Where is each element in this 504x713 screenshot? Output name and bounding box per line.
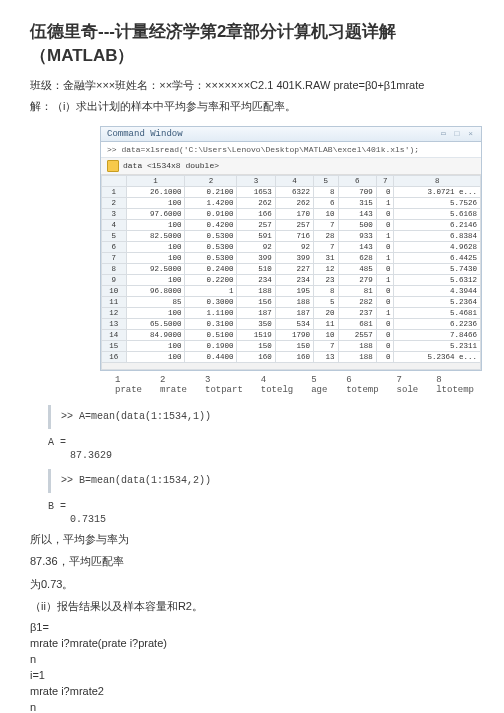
data-cell: 234 [237, 274, 275, 285]
matlab-code-block-2: >> B=mean(data(1:1534,2)) [48, 469, 474, 493]
data-cell: 0.1900 [185, 340, 237, 351]
row-header: 5 [102, 230, 127, 241]
table-row: 582.50000.53005917162893316.8384 [102, 230, 481, 241]
data-cell: 160 [275, 351, 313, 362]
data-cell: 10 [314, 208, 339, 219]
data-cell: 0.5300 [185, 252, 237, 263]
data-cell: 82.5000 [126, 230, 185, 241]
scrollbar-horizontal[interactable] [102, 362, 481, 369]
data-cell: 0.2100 [185, 186, 237, 197]
data-cell: 26.1000 [126, 186, 185, 197]
matlab-command-window: Command Window ▭ □ × >> data=xlsread('C:… [100, 126, 482, 371]
data-cell: 628 [338, 252, 376, 263]
column-name: 1 prate [115, 375, 142, 395]
data-cell: 1790 [275, 329, 313, 340]
data-cell: 160 [237, 351, 275, 362]
data-cell: 5.2364 e... [394, 351, 481, 362]
row-header: 12 [102, 307, 127, 318]
data-cell: 257 [275, 219, 313, 230]
corner-cell [102, 175, 127, 186]
data-cell: 6.2146 [394, 219, 481, 230]
col-header: 7 [376, 175, 394, 186]
data-cell: 0.9100 [185, 208, 237, 219]
data-cell: 6.2236 [394, 318, 481, 329]
data-cell: 0 [376, 219, 394, 230]
data-cell: 7.8466 [394, 329, 481, 340]
data-cell: 85 [126, 296, 185, 307]
data-cell: 399 [275, 252, 313, 263]
data-cell: 92.5000 [126, 263, 185, 274]
data-cell: 188 [338, 340, 376, 351]
data-cell: 100 [126, 351, 185, 362]
data-cell: 166 [237, 208, 275, 219]
data-cell: 92 [275, 241, 313, 252]
data-cell: 227 [275, 263, 313, 274]
row-header: 14 [102, 329, 127, 340]
data-cell: 0.5300 [185, 230, 237, 241]
data-cell: 143 [338, 241, 376, 252]
data-cell: 485 [338, 263, 376, 274]
data-cell: 5.4681 [394, 307, 481, 318]
row-header: 7 [102, 252, 127, 263]
data-cell: 5.7430 [394, 263, 481, 274]
data-cell: 5.6168 [394, 208, 481, 219]
data-cell: 0.2200 [185, 274, 237, 285]
data-cell: 0 [376, 351, 394, 362]
table-row: 91000.22002342342327915.6312 [102, 274, 481, 285]
data-cell: 156 [237, 296, 275, 307]
column-name: 4 totelg [261, 375, 293, 395]
data-cell: 500 [338, 219, 376, 230]
text-avg-value: 87.36，平均匹配率 [30, 553, 474, 570]
panel-title-text: Command Window [107, 129, 183, 139]
data-cell: 65.5000 [126, 318, 185, 329]
data-cell: 6.4425 [394, 252, 481, 263]
solution-intro: 解：（i）求出计划的样本中平均参与率和平均匹配率。 [30, 99, 474, 114]
col-header: 1 [126, 175, 185, 186]
data-cell: 1 [376, 197, 394, 208]
data-cell: 187 [275, 307, 313, 318]
data-cell: 5 [314, 296, 339, 307]
data-cell: 279 [338, 274, 376, 285]
column-names-row: 1 prate2 mrate3 totpart4 totelg5 age6 to… [115, 375, 474, 395]
class-info-line: 班级：金融学×××班姓名：××学号：×××××××C2.1 401K.RAW p… [30, 78, 474, 93]
data-cell: 150 [237, 340, 275, 351]
result-value-b: 0.7315 [70, 514, 474, 525]
data-cell: 257 [237, 219, 275, 230]
col-header: 8 [394, 175, 481, 186]
formula-numerator: mrate i?mrate(prate i?prate) [30, 637, 474, 649]
data-cell: 0.3000 [185, 296, 237, 307]
window-controls-icon[interactable]: ▭ □ × [441, 129, 475, 138]
data-cell: 0 [376, 241, 394, 252]
data-cell: 1653 [237, 186, 275, 197]
variable-header: data <1534x8 double> [101, 158, 481, 175]
page-title: 伍德里奇---计量经济学第2章部分计算机习题详解（MATLAB） [30, 20, 474, 68]
matlab-code-block-1: >> A=mean(data(1:1534,1)) [48, 405, 474, 429]
data-cell: 2557 [338, 329, 376, 340]
data-cell: 0 [376, 208, 394, 219]
data-cell: 28 [314, 230, 339, 241]
row-header: 8 [102, 263, 127, 274]
table-row: 41000.4200257257750006.2146 [102, 219, 481, 230]
column-name: 7 sole [397, 375, 419, 395]
data-cell: 188 [237, 285, 275, 296]
data-cell: 96.8000 [126, 285, 185, 296]
data-cell: 1 [376, 252, 394, 263]
column-name: 5 age [311, 375, 328, 395]
data-cell: 187 [237, 307, 275, 318]
data-cell: 188 [275, 296, 313, 307]
formula-denominator: mrate i?mrate2 [30, 685, 474, 697]
data-cell: 4.9628 [394, 241, 481, 252]
data-cell: 933 [338, 230, 376, 241]
data-cell: 1 [376, 307, 394, 318]
text-part-ii: （ii）报告结果以及样本容量和R2。 [30, 598, 474, 615]
text-match-rate: 为0.73。 [30, 576, 474, 593]
result-label-b: B = [48, 501, 474, 512]
row-header: 13 [102, 318, 127, 329]
data-cell: 5.6312 [394, 274, 481, 285]
data-cell: 13 [314, 351, 339, 362]
formula-n1: n [30, 653, 474, 665]
data-cell: 0 [376, 296, 394, 307]
column-name: 3 totpart [205, 375, 243, 395]
data-cell: 237 [338, 307, 376, 318]
data-cell: 0.5300 [185, 241, 237, 252]
